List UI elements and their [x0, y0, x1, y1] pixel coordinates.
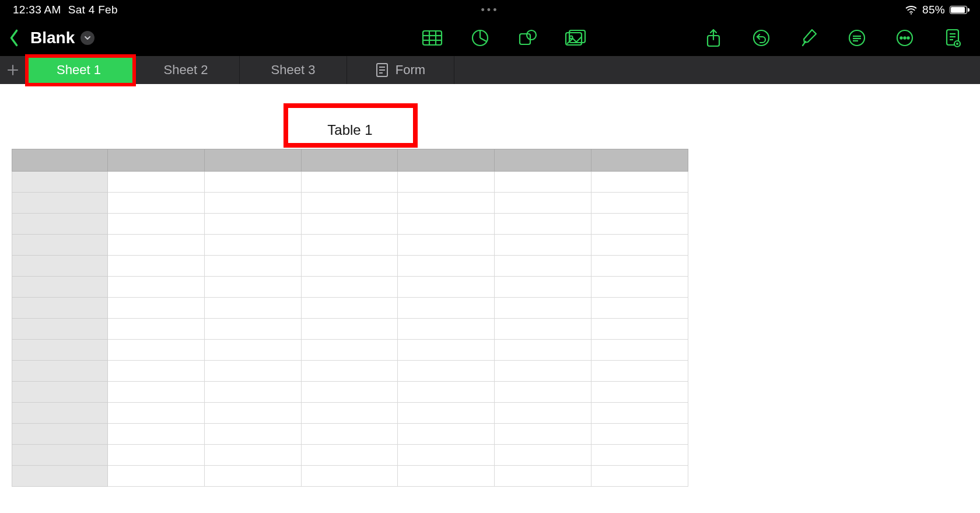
table-cell[interactable] [398, 424, 495, 445]
table-cell[interactable] [398, 172, 495, 193]
table-cell[interactable] [204, 298, 301, 319]
table-cell[interactable] [495, 403, 592, 424]
table-cell[interactable] [398, 319, 495, 340]
table-cell[interactable] [398, 235, 495, 256]
insert-table-button[interactable] [410, 29, 455, 47]
table-cell[interactable] [204, 193, 301, 214]
table-cell[interactable] [301, 403, 398, 424]
table-cell[interactable] [301, 340, 398, 361]
table-cell[interactable] [108, 319, 205, 340]
table-cell[interactable] [204, 340, 301, 361]
table-cell[interactable] [108, 277, 205, 298]
table-cell[interactable] [592, 298, 688, 319]
comment-button[interactable] [834, 29, 880, 47]
table-cell[interactable] [301, 214, 398, 235]
table-cell[interactable] [495, 235, 592, 256]
add-sheet-button[interactable] [0, 56, 25, 84]
table-cell[interactable] [204, 256, 301, 277]
back-button[interactable] [5, 29, 23, 47]
table-row-header[interactable] [12, 277, 108, 298]
insert-shape-button[interactable] [505, 29, 551, 47]
table-cell[interactable] [301, 193, 398, 214]
table-column-header[interactable] [204, 149, 301, 172]
table-cell[interactable] [592, 382, 688, 403]
table-row-header[interactable] [12, 340, 108, 361]
table-cell[interactable] [301, 172, 398, 193]
table-cell[interactable] [204, 445, 301, 466]
table-cell[interactable] [592, 214, 688, 235]
table-cell[interactable] [495, 214, 592, 235]
table-cell[interactable] [108, 214, 205, 235]
table-corner-cell[interactable] [12, 149, 108, 172]
table-cell[interactable] [204, 403, 301, 424]
table-title[interactable]: Table 1 [12, 116, 688, 149]
table-cell[interactable] [301, 424, 398, 445]
sheet-tab-form[interactable]: Form [347, 56, 454, 84]
table-row-header[interactable] [12, 382, 108, 403]
table-cell[interactable] [495, 256, 592, 277]
table-column-header[interactable] [108, 149, 205, 172]
table-cell[interactable] [204, 277, 301, 298]
sheet-tab-3[interactable]: Sheet 3 [240, 56, 347, 84]
table-cell[interactable] [204, 235, 301, 256]
table-cell[interactable] [592, 172, 688, 193]
table-cell[interactable] [495, 298, 592, 319]
table-cell[interactable] [108, 235, 205, 256]
insert-chart-button[interactable] [457, 29, 503, 47]
table-column-header[interactable] [592, 149, 688, 172]
table-cell[interactable] [495, 340, 592, 361]
table-cell[interactable] [204, 172, 301, 193]
format-brush-button[interactable] [786, 28, 832, 48]
table-row-header[interactable] [12, 424, 108, 445]
table-row-header[interactable] [12, 214, 108, 235]
table-cell[interactable] [592, 466, 688, 487]
multitask-dots-icon[interactable]: ••• [481, 4, 499, 16]
table-cell[interactable] [301, 235, 398, 256]
undo-button[interactable] [738, 29, 784, 47]
table-cell[interactable] [108, 445, 205, 466]
table-cell[interactable] [495, 466, 592, 487]
table-cell[interactable] [398, 193, 495, 214]
table-cell[interactable] [204, 214, 301, 235]
spreadsheet-table[interactable] [12, 149, 688, 487]
table-cell[interactable] [108, 466, 205, 487]
table-cell[interactable] [592, 340, 688, 361]
table-cell[interactable] [301, 466, 398, 487]
table-cell[interactable] [108, 382, 205, 403]
table-cell[interactable] [108, 403, 205, 424]
table-cell[interactable] [398, 403, 495, 424]
share-button[interactable] [691, 28, 736, 48]
table-cell[interactable] [592, 361, 688, 382]
table-row-header[interactable] [12, 235, 108, 256]
table-cell[interactable] [592, 256, 688, 277]
table-cell[interactable] [592, 277, 688, 298]
table-row-header[interactable] [12, 172, 108, 193]
table-cell[interactable] [398, 256, 495, 277]
table-row-header[interactable] [12, 445, 108, 466]
insert-media-button[interactable] [553, 29, 598, 47]
table-row-header[interactable] [12, 298, 108, 319]
table-row-header[interactable] [12, 319, 108, 340]
table-cell[interactable] [592, 319, 688, 340]
table-cell[interactable] [495, 277, 592, 298]
sheet-tab-2[interactable]: Sheet 2 [132, 56, 240, 84]
table-cell[interactable] [204, 361, 301, 382]
spreadsheet-canvas[interactable]: Table 1 [0, 84, 980, 513]
table-cell[interactable] [301, 382, 398, 403]
table-cell[interactable] [398, 277, 495, 298]
table-cell[interactable] [592, 424, 688, 445]
table-cell[interactable] [108, 340, 205, 361]
table-cell[interactable] [495, 382, 592, 403]
table-row-header[interactable] [12, 193, 108, 214]
table-cell[interactable] [398, 361, 495, 382]
table-cell[interactable] [495, 319, 592, 340]
table-cell[interactable] [301, 361, 398, 382]
table-cell[interactable] [204, 466, 301, 487]
table-cell[interactable] [204, 424, 301, 445]
table-column-header[interactable] [398, 149, 495, 172]
activity-button[interactable] [930, 28, 975, 48]
table-cell[interactable] [592, 403, 688, 424]
table-cell[interactable] [495, 445, 592, 466]
table-cell[interactable] [301, 277, 398, 298]
table-cell[interactable] [398, 214, 495, 235]
